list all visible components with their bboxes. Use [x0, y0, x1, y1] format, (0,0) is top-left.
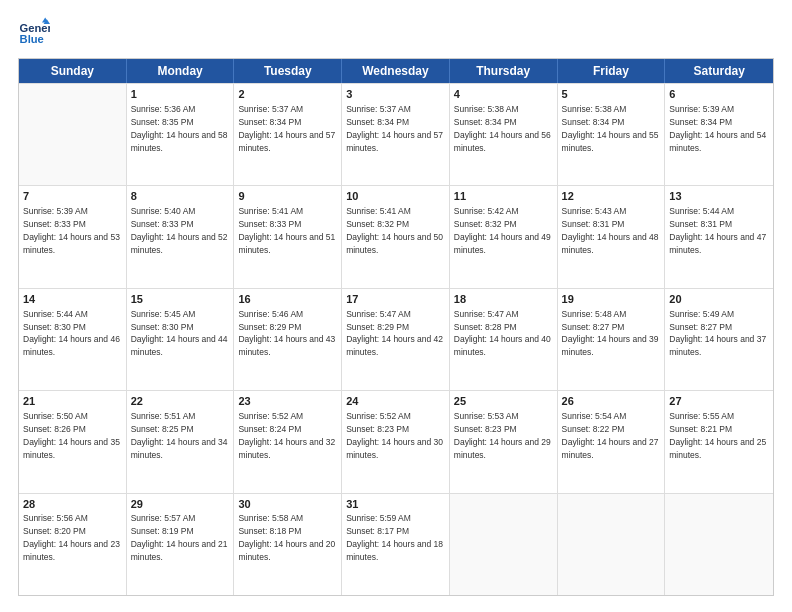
calendar-cell: 16 Sunrise: 5:46 AMSunset: 8:29 PMDaylig…	[234, 289, 342, 390]
cell-info: Sunrise: 5:55 AMSunset: 8:21 PMDaylight:…	[669, 411, 766, 460]
day-number: 12	[562, 189, 661, 204]
cell-info: Sunrise: 5:38 AMSunset: 8:34 PMDaylight:…	[454, 104, 551, 153]
cell-info: Sunrise: 5:45 AMSunset: 8:30 PMDaylight:…	[131, 309, 228, 358]
calendar-cell: 24 Sunrise: 5:52 AMSunset: 8:23 PMDaylig…	[342, 391, 450, 492]
day-number: 8	[131, 189, 230, 204]
calendar-cell: 9 Sunrise: 5:41 AMSunset: 8:33 PMDayligh…	[234, 186, 342, 287]
day-number: 16	[238, 292, 337, 307]
day-number: 31	[346, 497, 445, 512]
day-number: 3	[346, 87, 445, 102]
day-number: 20	[669, 292, 769, 307]
day-number: 28	[23, 497, 122, 512]
calendar-cell: 30 Sunrise: 5:58 AMSunset: 8:18 PMDaylig…	[234, 494, 342, 595]
cell-info: Sunrise: 5:52 AMSunset: 8:24 PMDaylight:…	[238, 411, 335, 460]
calendar-header: SundayMondayTuesdayWednesdayThursdayFrid…	[19, 59, 773, 83]
calendar: SundayMondayTuesdayWednesdayThursdayFrid…	[18, 58, 774, 596]
day-number: 5	[562, 87, 661, 102]
day-number: 2	[238, 87, 337, 102]
calendar-cell: 27 Sunrise: 5:55 AMSunset: 8:21 PMDaylig…	[665, 391, 773, 492]
calendar-cell: 2 Sunrise: 5:37 AMSunset: 8:34 PMDayligh…	[234, 84, 342, 185]
cell-info: Sunrise: 5:39 AMSunset: 8:33 PMDaylight:…	[23, 206, 120, 255]
calendar-cell: 7 Sunrise: 5:39 AMSunset: 8:33 PMDayligh…	[19, 186, 127, 287]
calendar-week: 14 Sunrise: 5:44 AMSunset: 8:30 PMDaylig…	[19, 288, 773, 390]
calendar-cell: 23 Sunrise: 5:52 AMSunset: 8:24 PMDaylig…	[234, 391, 342, 492]
calendar-cell	[665, 494, 773, 595]
day-number: 11	[454, 189, 553, 204]
cell-info: Sunrise: 5:49 AMSunset: 8:27 PMDaylight:…	[669, 309, 766, 358]
calendar-cell	[450, 494, 558, 595]
day-number: 6	[669, 87, 769, 102]
cell-info: Sunrise: 5:47 AMSunset: 8:28 PMDaylight:…	[454, 309, 551, 358]
day-number: 22	[131, 394, 230, 409]
calendar-cell: 8 Sunrise: 5:40 AMSunset: 8:33 PMDayligh…	[127, 186, 235, 287]
day-number: 25	[454, 394, 553, 409]
day-number: 18	[454, 292, 553, 307]
day-number: 23	[238, 394, 337, 409]
cell-info: Sunrise: 5:41 AMSunset: 8:32 PMDaylight:…	[346, 206, 443, 255]
calendar-cell: 10 Sunrise: 5:41 AMSunset: 8:32 PMDaylig…	[342, 186, 450, 287]
cell-info: Sunrise: 5:37 AMSunset: 8:34 PMDaylight:…	[238, 104, 335, 153]
calendar-cell: 15 Sunrise: 5:45 AMSunset: 8:30 PMDaylig…	[127, 289, 235, 390]
calendar-cell: 3 Sunrise: 5:37 AMSunset: 8:34 PMDayligh…	[342, 84, 450, 185]
day-number: 1	[131, 87, 230, 102]
calendar-cell: 13 Sunrise: 5:44 AMSunset: 8:31 PMDaylig…	[665, 186, 773, 287]
logo: General Blue	[18, 16, 54, 48]
svg-text:Blue: Blue	[20, 33, 44, 45]
cell-info: Sunrise: 5:41 AMSunset: 8:33 PMDaylight:…	[238, 206, 335, 255]
day-number: 13	[669, 189, 769, 204]
calendar-cell	[558, 494, 666, 595]
calendar-week: 28 Sunrise: 5:56 AMSunset: 8:20 PMDaylig…	[19, 493, 773, 595]
calendar-cell: 14 Sunrise: 5:44 AMSunset: 8:30 PMDaylig…	[19, 289, 127, 390]
calendar-cell: 19 Sunrise: 5:48 AMSunset: 8:27 PMDaylig…	[558, 289, 666, 390]
calendar-cell: 29 Sunrise: 5:57 AMSunset: 8:19 PMDaylig…	[127, 494, 235, 595]
cell-info: Sunrise: 5:40 AMSunset: 8:33 PMDaylight:…	[131, 206, 228, 255]
cell-info: Sunrise: 5:57 AMSunset: 8:19 PMDaylight:…	[131, 513, 228, 562]
cell-info: Sunrise: 5:43 AMSunset: 8:31 PMDaylight:…	[562, 206, 659, 255]
calendar-cell: 18 Sunrise: 5:47 AMSunset: 8:28 PMDaylig…	[450, 289, 558, 390]
calendar-cell: 12 Sunrise: 5:43 AMSunset: 8:31 PMDaylig…	[558, 186, 666, 287]
logo-icon: General Blue	[18, 16, 50, 48]
cell-info: Sunrise: 5:44 AMSunset: 8:30 PMDaylight:…	[23, 309, 120, 358]
calendar-cell: 5 Sunrise: 5:38 AMSunset: 8:34 PMDayligh…	[558, 84, 666, 185]
cell-info: Sunrise: 5:54 AMSunset: 8:22 PMDaylight:…	[562, 411, 659, 460]
calendar-cell: 4 Sunrise: 5:38 AMSunset: 8:34 PMDayligh…	[450, 84, 558, 185]
day-number: 27	[669, 394, 769, 409]
day-number: 26	[562, 394, 661, 409]
day-header: Thursday	[450, 59, 558, 83]
day-header: Friday	[558, 59, 666, 83]
day-number: 29	[131, 497, 230, 512]
day-number: 10	[346, 189, 445, 204]
calendar-cell: 26 Sunrise: 5:54 AMSunset: 8:22 PMDaylig…	[558, 391, 666, 492]
day-header: Sunday	[19, 59, 127, 83]
calendar-body: 1 Sunrise: 5:36 AMSunset: 8:35 PMDayligh…	[19, 83, 773, 595]
calendar-cell: 28 Sunrise: 5:56 AMSunset: 8:20 PMDaylig…	[19, 494, 127, 595]
day-number: 17	[346, 292, 445, 307]
cell-info: Sunrise: 5:37 AMSunset: 8:34 PMDaylight:…	[346, 104, 443, 153]
day-header: Saturday	[665, 59, 773, 83]
cell-info: Sunrise: 5:52 AMSunset: 8:23 PMDaylight:…	[346, 411, 443, 460]
cell-info: Sunrise: 5:58 AMSunset: 8:18 PMDaylight:…	[238, 513, 335, 562]
calendar-cell: 11 Sunrise: 5:42 AMSunset: 8:32 PMDaylig…	[450, 186, 558, 287]
day-header: Tuesday	[234, 59, 342, 83]
cell-info: Sunrise: 5:46 AMSunset: 8:29 PMDaylight:…	[238, 309, 335, 358]
calendar-cell: 22 Sunrise: 5:51 AMSunset: 8:25 PMDaylig…	[127, 391, 235, 492]
calendar-cell: 25 Sunrise: 5:53 AMSunset: 8:23 PMDaylig…	[450, 391, 558, 492]
day-number: 19	[562, 292, 661, 307]
cell-info: Sunrise: 5:47 AMSunset: 8:29 PMDaylight:…	[346, 309, 443, 358]
day-number: 21	[23, 394, 122, 409]
cell-info: Sunrise: 5:51 AMSunset: 8:25 PMDaylight:…	[131, 411, 228, 460]
day-number: 7	[23, 189, 122, 204]
day-number: 15	[131, 292, 230, 307]
day-header: Monday	[127, 59, 235, 83]
cell-info: Sunrise: 5:44 AMSunset: 8:31 PMDaylight:…	[669, 206, 766, 255]
cell-info: Sunrise: 5:38 AMSunset: 8:34 PMDaylight:…	[562, 104, 659, 153]
page-header: General Blue	[18, 16, 774, 48]
cell-info: Sunrise: 5:39 AMSunset: 8:34 PMDaylight:…	[669, 104, 766, 153]
calendar-cell: 21 Sunrise: 5:50 AMSunset: 8:26 PMDaylig…	[19, 391, 127, 492]
day-number: 30	[238, 497, 337, 512]
cell-info: Sunrise: 5:50 AMSunset: 8:26 PMDaylight:…	[23, 411, 120, 460]
cell-info: Sunrise: 5:42 AMSunset: 8:32 PMDaylight:…	[454, 206, 551, 255]
cell-info: Sunrise: 5:56 AMSunset: 8:20 PMDaylight:…	[23, 513, 120, 562]
day-number: 14	[23, 292, 122, 307]
calendar-cell: 20 Sunrise: 5:49 AMSunset: 8:27 PMDaylig…	[665, 289, 773, 390]
